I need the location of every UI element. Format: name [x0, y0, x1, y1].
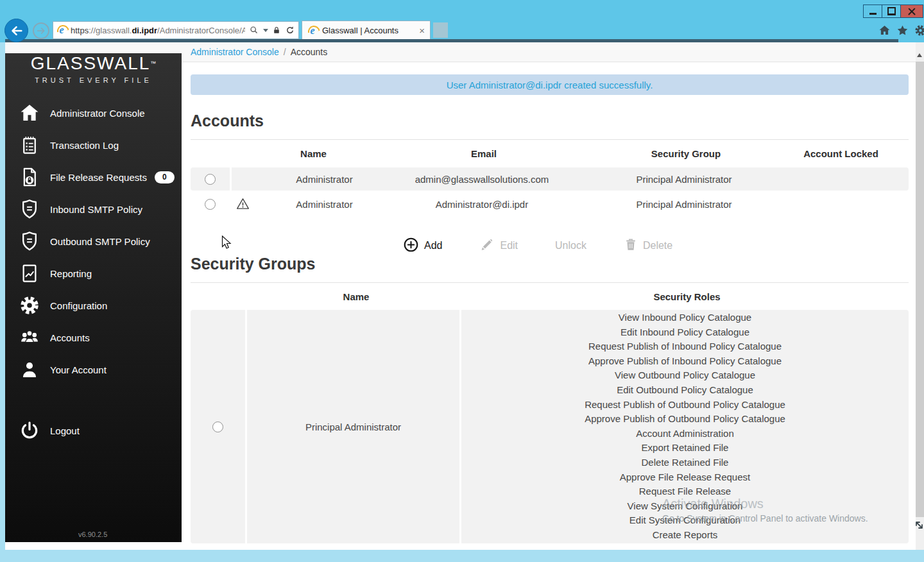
- home-icon[interactable]: [878, 24, 891, 40]
- delete-trash-icon: [624, 237, 638, 255]
- breadcrumb-parent-link[interactable]: Administrator Console: [191, 47, 279, 57]
- log-icon: [17, 134, 42, 156]
- sidebar-nav: Administrator Console Transaction Log Fi…: [5, 97, 182, 386]
- ie-logo-icon: e: [56, 25, 67, 35]
- breadcrumb-separator: /: [284, 47, 286, 57]
- sidebar-item-logout[interactable]: Logout: [5, 414, 182, 447]
- security-group-name-cell: Principal Administrator: [247, 310, 461, 543]
- sidebar-item-your-account[interactable]: Your Account: [5, 353, 182, 386]
- security-role: Request Publish of Outbound Policy Catal…: [461, 398, 909, 413]
- edit-pencil-icon: [479, 237, 495, 255]
- breadcrumb-current: Accounts: [291, 47, 328, 57]
- account-row[interactable]: Administrator Administrator@di.ipdr Prin…: [191, 192, 909, 216]
- account-name-cell: Administrator: [257, 192, 391, 216]
- lock-icon: [272, 25, 281, 35]
- url-text: https://glasswall.di.ipdr/AdministratorC…: [71, 26, 245, 35]
- back-arrow-icon: [10, 24, 24, 38]
- account-radio[interactable]: [205, 174, 216, 185]
- refresh-icon[interactable]: [285, 25, 295, 35]
- browser-tab[interactable]: e Glasswall | Accounts ×: [302, 21, 431, 40]
- tab-ie-logo-icon: e: [307, 26, 318, 36]
- mouse-cursor: [221, 235, 232, 252]
- file-release-count-badge: 0: [155, 171, 175, 183]
- notification-banner: User Administrator@di.ipdr created succe…: [191, 74, 909, 95]
- security-role: Delete Retained File: [461, 456, 909, 470]
- column-header-security-group: Security Group: [574, 148, 798, 159]
- restore-button[interactable]: [882, 4, 901, 18]
- scroll-up-arrow-icon[interactable]: [917, 53, 922, 57]
- add-button[interactable]: Add: [403, 237, 442, 255]
- glasswall-logo: GLASSWALL™ TRUST EVERY FILE: [5, 53, 182, 84]
- logo-trademark: ™: [150, 60, 156, 67]
- accounts-section-title: Accounts: [191, 112, 264, 130]
- sidebar-item-accounts[interactable]: Accounts: [5, 321, 182, 353]
- account-radio[interactable]: [205, 199, 216, 210]
- sidebar-item-file-release-requests[interactable]: File Release Requests 0: [5, 161, 182, 193]
- tab-close-icon[interactable]: ×: [419, 26, 425, 35]
- security-role: Create Reports: [461, 528, 909, 543]
- sidebar-item-label: Inbound SMTP Policy: [50, 204, 142, 215]
- column-header-security-roles: Security Roles: [465, 291, 909, 302]
- address-bar[interactable]: e https://glasswall.di.ipdr/Administrato…: [53, 21, 299, 39]
- security-group-radio[interactable]: [212, 422, 223, 432]
- close-button[interactable]: [900, 4, 923, 18]
- sidebar-item-transaction-log[interactable]: Transaction Log: [5, 129, 182, 161]
- security-role: Account Administration: [461, 427, 909, 441]
- power-icon: [17, 420, 42, 441]
- account-email-cell: Administrator@di.ipdr: [391, 192, 572, 216]
- minimize-button[interactable]: [863, 4, 882, 18]
- sidebar-item-administrator-console[interactable]: Administrator Console: [5, 97, 182, 129]
- file-lock-icon: [17, 166, 42, 188]
- delete-button-label: Delete: [643, 240, 672, 251]
- watermark-line2: Go to System in Control Panel to activat…: [662, 513, 900, 524]
- sidebar: GLASSWALL™ TRUST EVERY FILE Administrato…: [5, 53, 182, 542]
- security-role: View Inbound Policy Catalogue: [461, 311, 909, 325]
- user-icon: [17, 359, 42, 380]
- sidebar-item-outbound-smtp-policy[interactable]: Outbound SMTP Policy: [5, 225, 182, 257]
- window-controls: [864, 4, 923, 18]
- address-dropdown-caret-icon[interactable]: [263, 29, 268, 32]
- sidebar-item-label: Logout: [50, 425, 80, 436]
- security-role: Approve Publish of Outbound Policy Catal…: [461, 412, 909, 427]
- report-chart-icon: [17, 262, 42, 284]
- column-header-name: Name: [234, 148, 393, 159]
- column-header-name: Name: [249, 291, 463, 302]
- forward-button[interactable]: [33, 22, 49, 39]
- unlock-button-label: Unlock: [555, 240, 586, 251]
- column-header-email: Email: [393, 148, 574, 159]
- sidebar-item-configuration[interactable]: Configuration: [5, 289, 182, 321]
- accounts-table-header: Name Email Security Group Account Locked: [234, 148, 884, 159]
- back-button[interactable]: [4, 19, 28, 42]
- accounts-actions: Add Edit Unlock Delete: [403, 232, 705, 259]
- account-email-cell: admin@glasswallsolutions.com: [391, 167, 572, 191]
- favorites-star-icon[interactable]: [896, 24, 909, 40]
- scrollbar-thumb[interactable]: [916, 62, 924, 517]
- delete-button[interactable]: Delete: [624, 237, 672, 255]
- new-tab-button[interactable]: [433, 22, 448, 38]
- security-role: Edit Outbound Policy Catalogue: [461, 383, 909, 398]
- settings-gear-icon[interactable]: [914, 24, 924, 40]
- divider: [191, 282, 909, 283]
- logo-title: GLASSWALL: [31, 53, 151, 73]
- notification-message: User Administrator@di.ipdr created succe…: [447, 80, 653, 90]
- sidebar-item-reporting[interactable]: Reporting: [5, 257, 182, 289]
- users-icon: [17, 327, 42, 348]
- sidebar-item-label: Transaction Log: [50, 140, 119, 151]
- sidebar-item-label: Administrator Console: [50, 108, 145, 119]
- activation-watermark: Activate Windows Go to System in Control…: [662, 497, 900, 524]
- close-icon: [908, 8, 916, 15]
- security-groups-table-header: Name Security Roles: [191, 291, 909, 302]
- account-row[interactable]: Administrator admin@glasswallsolutions.c…: [191, 167, 909, 191]
- vertical-scrollbar[interactable]: [916, 42, 924, 550]
- unlock-button[interactable]: Unlock: [555, 240, 586, 251]
- edit-button[interactable]: Edit: [479, 237, 518, 255]
- sidebar-item-label: File Release Requests: [50, 172, 147, 183]
- account-locked-cell: [796, 192, 882, 216]
- window-titlebar: [0, 0, 924, 18]
- security-role: Edit Inbound Policy Catalogue: [461, 325, 909, 340]
- divider: [191, 139, 909, 140]
- sidebar-item-inbound-smtp-policy[interactable]: Inbound SMTP Policy: [5, 193, 182, 225]
- column-header-account-locked: Account Locked: [798, 148, 884, 159]
- search-icon[interactable]: [249, 25, 259, 35]
- breadcrumb: Administrator Console/Accounts: [191, 47, 327, 57]
